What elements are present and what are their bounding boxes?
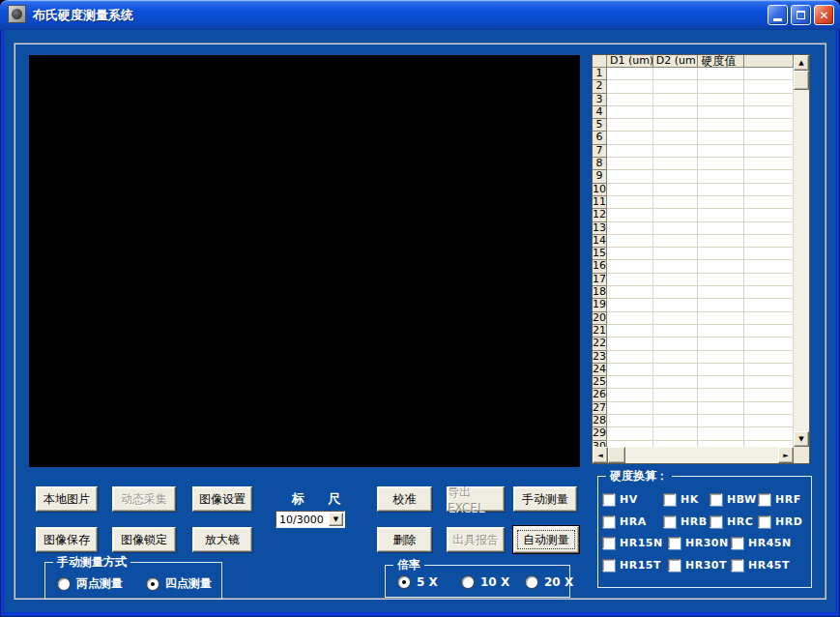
table-cell[interactable] bbox=[744, 132, 794, 144]
table-cell[interactable] bbox=[653, 145, 699, 158]
table-cell[interactable] bbox=[744, 196, 794, 209]
hv-checkbox-option[interactable]: HV bbox=[602, 493, 638, 506]
table-row[interactable]: 12 bbox=[593, 209, 794, 221]
scroll-left-button[interactable]: ◄ bbox=[593, 447, 608, 463]
hk-checkbox-option[interactable]: HK bbox=[663, 493, 699, 506]
table-cell[interactable] bbox=[653, 312, 699, 325]
table-cell[interactable] bbox=[653, 106, 699, 119]
table-cell[interactable] bbox=[698, 248, 744, 260]
table-cell[interactable] bbox=[607, 389, 653, 401]
app-icon[interactable] bbox=[8, 5, 26, 23]
table-cell[interactable] bbox=[653, 325, 699, 338]
table-cell[interactable] bbox=[607, 158, 653, 170]
table-cell[interactable] bbox=[653, 209, 699, 221]
hrd-checkbox[interactable] bbox=[758, 515, 770, 528]
table-cell[interactable] bbox=[653, 94, 699, 106]
table-cell[interactable] bbox=[698, 235, 744, 248]
hr15n-checkbox-option[interactable]: HR15N bbox=[602, 537, 663, 549]
table-cell[interactable] bbox=[607, 196, 653, 209]
table-row[interactable]: 18 bbox=[593, 286, 794, 299]
titlebar[interactable]: 布氏硬度测量系统 ✕ bbox=[0, 0, 840, 30]
table-cell[interactable] bbox=[744, 170, 794, 183]
hk-checkbox[interactable] bbox=[663, 493, 676, 506]
export-excel-button[interactable]: 导出EXCEL bbox=[447, 486, 505, 512]
table-cell[interactable] bbox=[607, 184, 653, 196]
hr30n-checkbox[interactable] bbox=[668, 537, 681, 549]
table-cell[interactable] bbox=[653, 235, 699, 248]
table-cell[interactable] bbox=[653, 119, 699, 132]
hrb-checkbox-option[interactable]: HRB bbox=[663, 515, 708, 528]
table-cell[interactable] bbox=[607, 364, 653, 376]
table-row[interactable]: 13 bbox=[593, 222, 794, 235]
table-cell[interactable] bbox=[744, 145, 794, 158]
table-cell[interactable] bbox=[607, 248, 653, 260]
table-row[interactable]: 4 bbox=[593, 106, 794, 119]
table-cell[interactable] bbox=[698, 196, 744, 209]
table-cell[interactable] bbox=[607, 145, 653, 158]
table-cell[interactable] bbox=[744, 235, 794, 248]
table-cell[interactable] bbox=[607, 286, 653, 299]
table-cell[interactable] bbox=[653, 158, 699, 170]
table-row[interactable]: 22 bbox=[593, 338, 794, 350]
hr30t-checkbox-option[interactable]: HR30T bbox=[668, 559, 727, 572]
table-cell[interactable] bbox=[698, 299, 744, 311]
hbw-checkbox-option[interactable]: HBW bbox=[710, 493, 757, 506]
table-row[interactable]: 15 bbox=[593, 248, 794, 260]
vertical-scrollbar[interactable]: ▲ ▼ bbox=[794, 55, 809, 447]
table-cell[interactable] bbox=[653, 427, 699, 440]
hv-checkbox[interactable] bbox=[602, 493, 615, 506]
table-cell[interactable] bbox=[607, 68, 653, 80]
table-cell[interactable] bbox=[744, 312, 794, 325]
image-lock-button[interactable]: 图像锁定 bbox=[112, 527, 176, 552]
table-cell[interactable] bbox=[698, 209, 744, 221]
20x-radio[interactable] bbox=[525, 575, 538, 589]
four-point-radio[interactable] bbox=[146, 577, 159, 591]
table-cell[interactable] bbox=[653, 260, 699, 273]
hr45t-checkbox-option[interactable]: HR45T bbox=[731, 559, 790, 572]
table-cell[interactable] bbox=[607, 106, 653, 119]
table-cell[interactable] bbox=[607, 351, 653, 364]
scroll-up-button[interactable]: ▲ bbox=[794, 55, 809, 71]
table-row[interactable]: 28 bbox=[593, 415, 794, 427]
table-cell[interactable] bbox=[607, 299, 653, 311]
horizontal-scrollbar[interactable]: ◄ ► bbox=[593, 447, 794, 463]
table-cell[interactable] bbox=[607, 260, 653, 273]
table-row[interactable]: 21 bbox=[593, 325, 794, 338]
table-cell[interactable] bbox=[607, 376, 653, 389]
table-row[interactable]: 2 bbox=[593, 80, 794, 93]
dynamic-capture-button[interactable]: 动态采集 bbox=[112, 486, 176, 512]
table-cell[interactable] bbox=[607, 209, 653, 221]
hrf-checkbox[interactable] bbox=[758, 493, 770, 506]
table-row[interactable]: 11 bbox=[593, 196, 794, 209]
10x-radio-option[interactable]: 10 X bbox=[461, 575, 509, 589]
table-cell[interactable] bbox=[698, 427, 744, 440]
table-cell[interactable] bbox=[744, 415, 794, 427]
table-cell[interactable] bbox=[744, 222, 794, 235]
hrf-checkbox-option[interactable]: HRF bbox=[758, 493, 801, 506]
table-cell[interactable] bbox=[744, 80, 794, 93]
table-cell[interactable] bbox=[698, 94, 744, 106]
table-row[interactable]: 27 bbox=[593, 402, 794, 415]
manual-measure-button[interactable]: 手动测量 bbox=[513, 486, 577, 512]
table-cell[interactable] bbox=[744, 376, 794, 389]
table-cell[interactable] bbox=[653, 364, 699, 376]
close-button[interactable]: ✕ bbox=[814, 5, 834, 25]
hbw-checkbox[interactable] bbox=[710, 493, 722, 506]
table-cell[interactable] bbox=[698, 364, 744, 376]
table-cell[interactable] bbox=[653, 415, 699, 427]
table-cell[interactable] bbox=[653, 389, 699, 401]
table-cell[interactable] bbox=[653, 376, 699, 389]
table-cell[interactable] bbox=[607, 402, 653, 415]
table-cell[interactable] bbox=[744, 338, 794, 350]
hrb-checkbox[interactable] bbox=[663, 515, 676, 528]
hr15t-checkbox-option[interactable]: HR15T bbox=[602, 559, 661, 572]
table-row[interactable]: 5 bbox=[593, 119, 794, 132]
table-cell[interactable] bbox=[744, 427, 794, 440]
table-cell[interactable] bbox=[698, 274, 744, 286]
hr30n-checkbox-option[interactable]: HR30N bbox=[668, 537, 729, 549]
table-cell[interactable] bbox=[744, 351, 794, 364]
table-cell[interactable] bbox=[698, 338, 744, 350]
auto-measure-button[interactable]: 自动测量 bbox=[513, 526, 579, 553]
table-row[interactable]: 20 bbox=[593, 312, 794, 325]
calibrate-button[interactable]: 校准 bbox=[377, 486, 432, 512]
